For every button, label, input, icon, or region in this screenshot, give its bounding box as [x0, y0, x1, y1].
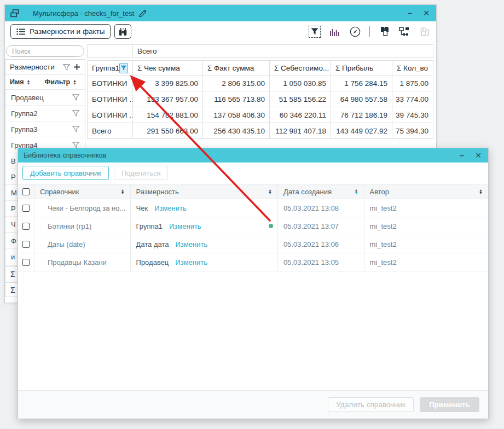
sort-icon[interactable]: ▲▼ — [479, 189, 483, 194]
dictionary-name: Даты (date) — [34, 235, 131, 253]
sort-icon[interactable]: ▲▼ — [121, 189, 125, 194]
list-item[interactable]: Даты (date) Дата датаИзменить 05.03.2021… — [18, 235, 488, 253]
pivot-corner-cell — [87, 44, 133, 58]
row-checkbox[interactable] — [22, 223, 30, 230]
sidebar-item-prodavec[interactable]: Продавец — [5, 90, 85, 106]
toolbar-separator — [369, 26, 370, 37]
column-header-fakt-summa[interactable]: Σ Факт сумма — [203, 60, 270, 76]
row-label[interactable]: БОТИНКИ — [87, 76, 133, 91]
sidebar-item-label: Ф — [11, 237, 16, 245]
dialog-titlebar: Библиотека справочников – ✕ — [18, 148, 488, 163]
list-item[interactable]: Ботинки (гр1) Группа1Изменить 05.03.2021… — [18, 217, 488, 235]
minimize-button[interactable]: – — [405, 9, 414, 18]
edit-link[interactable]: Изменить — [154, 204, 187, 212]
dictionary-table: Справочник ▲▼ Размерность ▲▼ Дата создан… — [18, 184, 488, 271]
share-button: Поделиться — [114, 166, 169, 180]
table-row[interactable]: БОТИНКИ 3 399 825.00 2 806 315.00 1 050 … — [87, 76, 433, 91]
pivot-group-header-row: Всего — [87, 44, 433, 58]
column-header-chek-summa[interactable]: Σ Чек сумма — [133, 60, 203, 76]
table-row[interactable]: БОТИНКИ ... 154 782 881.00 137 058 406.3… — [87, 107, 433, 123]
apply-button[interactable]: Применить — [420, 397, 479, 412]
row-checkbox[interactable] — [22, 241, 30, 248]
cell-value: 60 346 220.11 — [270, 107, 331, 123]
name-column-header[interactable]: Имя — [10, 78, 24, 86]
sidebar-item-label: Группа3 — [11, 125, 37, 134]
dictionary-library-dialog: Библиотека справочников – ✕ Добавить спр… — [18, 148, 489, 419]
sidebar-item-gruppa3[interactable]: Группа3 — [5, 121, 85, 137]
main-toolbar: Размерности и факты — [5, 21, 436, 42]
column-header-sebestoimost[interactable]: Σ Себестоимо... — [270, 60, 331, 76]
cell-value: 75 394.30 — [392, 123, 433, 139]
window-title: Мультисфера - checks_for_test — [33, 9, 134, 18]
cell-value: 39 745.30 — [392, 107, 433, 123]
edit-link[interactable]: Изменить — [176, 240, 208, 248]
edit-link[interactable]: Изменить — [175, 258, 207, 266]
dialog-minimize-button[interactable]: – — [457, 151, 466, 160]
row-filter-icon[interactable] — [72, 94, 79, 101]
created-date: 05.03.2021 13:05 — [278, 253, 364, 271]
compass-glyph — [350, 26, 361, 37]
search-input[interactable] — [6, 45, 84, 57]
disabled-view-icon — [419, 26, 431, 38]
sidebar-item-label: Р — [11, 173, 16, 181]
gruppa1-filter-button[interactable] — [119, 63, 128, 73]
column-header-data-sozdaniya[interactable]: Дата создания ▲▼ — [278, 184, 364, 199]
row-filter-icon[interactable] — [72, 126, 79, 132]
cell-value: 1 875.00 — [392, 76, 433, 91]
add-dictionary-button[interactable]: Добавить справочник — [22, 166, 109, 180]
author-name: mi_test2 — [364, 199, 488, 217]
sidebar-item-label: Ч — [11, 221, 16, 229]
sidebar-item-label: В — [11, 157, 16, 165]
edit-link[interactable]: Изменить — [169, 222, 201, 230]
active-funnel-icon — [120, 65, 127, 71]
row-checkbox[interactable] — [22, 259, 30, 266]
column-header-spravochnik[interactable]: Справочник ▲▼ — [34, 184, 131, 199]
dimension-name: Группа1 — [136, 222, 163, 230]
edit-pencil-icon[interactable] — [138, 9, 147, 17]
cell-value: 1 756 284.15 — [331, 76, 392, 91]
dictionary-name: Чеки - Белгород за но... — [34, 199, 131, 217]
list-item[interactable]: Чеки - Белгород за но... ЧекИзменить 05.… — [18, 199, 488, 217]
row-label[interactable]: Всего — [87, 123, 133, 139]
list-icon — [16, 28, 25, 36]
compass-icon[interactable] — [349, 26, 361, 38]
funnel-icon — [311, 28, 318, 35]
select-all-checkbox[interactable] — [22, 188, 30, 195]
bars-glyph — [329, 27, 340, 36]
filter-tool-icon[interactable] — [309, 26, 321, 38]
cell-value: 291 550 663.00 — [133, 123, 203, 139]
column-header-gruppa1[interactable]: Группа1 — [87, 60, 133, 76]
column-header-avtor[interactable]: Автор ▲▼ — [364, 184, 488, 199]
sort-icon: ▲▼ — [73, 79, 77, 85]
add-dimension-icon[interactable] — [73, 63, 80, 71]
filter-funnel-icon[interactable] — [63, 64, 70, 71]
filter-column-header[interactable]: Фильтр — [44, 78, 70, 86]
cell-value: 64 980 557.58 — [331, 91, 392, 107]
table-row-total[interactable]: Всего 291 550 663.00 256 430 435.10 112 … — [87, 123, 433, 139]
copy-docs-icon[interactable] — [378, 26, 390, 38]
column-header-razmernost[interactable]: Размерность ▲▼ — [131, 184, 278, 199]
sidebar-item-gruppa2[interactable]: Группа2 — [5, 106, 85, 121]
bar-chart-icon[interactable] — [329, 26, 341, 38]
sort-icon[interactable]: ▲▼ — [268, 189, 272, 194]
row-label[interactable]: БОТИНКИ ... — [87, 107, 133, 123]
dimensions-panel-title: Размерности — [10, 63, 55, 71]
dimension-name: Продавец — [136, 258, 169, 266]
dialog-footer: Удалить справочник Применить — [18, 390, 488, 419]
close-button[interactable]: ✕ — [422, 9, 431, 18]
pivot-group-header: Всего — [133, 44, 433, 58]
facts-search-button[interactable] — [114, 24, 131, 39]
cell-value: 1 050 030.85 — [270, 76, 331, 91]
list-item[interactable]: Продавцы Казани ПродавецИзменить 05.03.2… — [18, 253, 488, 271]
cell-value: 51 585 156.22 — [270, 91, 331, 107]
dialog-close-button[interactable]: ✕ — [474, 151, 483, 160]
column-header-pribyl[interactable]: Σ Прибыль — [331, 60, 392, 76]
row-checkbox[interactable] — [22, 205, 30, 212]
sort-desc-icon[interactable]: ▲▼ — [355, 189, 358, 194]
column-header-kolvo[interactable]: Σ Кол_во — [392, 60, 433, 76]
row-label[interactable]: БОТИНКИ ... — [87, 91, 133, 107]
table-row[interactable]: БОТИНКИ ... 133 367 957.00 116 565 713.8… — [87, 91, 433, 107]
row-filter-icon[interactable] — [72, 110, 79, 117]
tree-structure-icon[interactable] — [398, 26, 410, 38]
dims-facts-button[interactable]: Размерности и факты — [10, 24, 111, 39]
